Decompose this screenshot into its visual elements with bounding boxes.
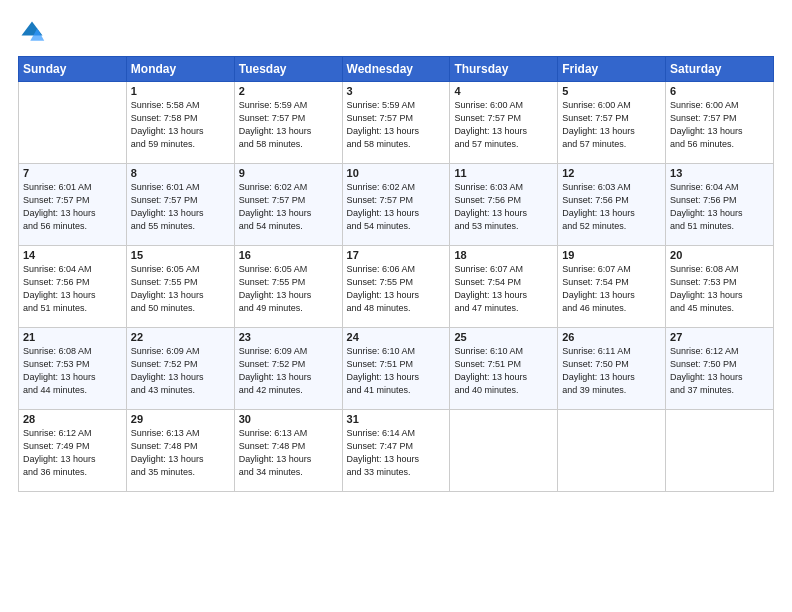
day-number: 7 bbox=[23, 167, 122, 179]
calendar-day: 26Sunrise: 6:11 AM Sunset: 7:50 PM Dayli… bbox=[558, 328, 666, 410]
day-info: Sunrise: 6:03 AM Sunset: 7:56 PM Dayligh… bbox=[454, 181, 553, 233]
day-info: Sunrise: 6:09 AM Sunset: 7:52 PM Dayligh… bbox=[131, 345, 230, 397]
calendar-day: 30Sunrise: 6:13 AM Sunset: 7:48 PM Dayli… bbox=[234, 410, 342, 492]
day-info: Sunrise: 6:08 AM Sunset: 7:53 PM Dayligh… bbox=[670, 263, 769, 315]
calendar-week-row: 1Sunrise: 5:58 AM Sunset: 7:58 PM Daylig… bbox=[19, 82, 774, 164]
day-info: Sunrise: 6:06 AM Sunset: 7:55 PM Dayligh… bbox=[347, 263, 446, 315]
weekday-header: Thursday bbox=[450, 57, 558, 82]
day-info: Sunrise: 6:05 AM Sunset: 7:55 PM Dayligh… bbox=[239, 263, 338, 315]
day-number: 29 bbox=[131, 413, 230, 425]
day-number: 4 bbox=[454, 85, 553, 97]
day-info: Sunrise: 6:07 AM Sunset: 7:54 PM Dayligh… bbox=[562, 263, 661, 315]
day-number: 1 bbox=[131, 85, 230, 97]
day-number: 13 bbox=[670, 167, 769, 179]
day-info: Sunrise: 6:08 AM Sunset: 7:53 PM Dayligh… bbox=[23, 345, 122, 397]
weekday-header: Tuesday bbox=[234, 57, 342, 82]
day-number: 11 bbox=[454, 167, 553, 179]
day-number: 22 bbox=[131, 331, 230, 343]
calendar-day: 5Sunrise: 6:00 AM Sunset: 7:57 PM Daylig… bbox=[558, 82, 666, 164]
day-number: 20 bbox=[670, 249, 769, 261]
calendar-day: 18Sunrise: 6:07 AM Sunset: 7:54 PM Dayli… bbox=[450, 246, 558, 328]
calendar-day: 9Sunrise: 6:02 AM Sunset: 7:57 PM Daylig… bbox=[234, 164, 342, 246]
calendar-day: 27Sunrise: 6:12 AM Sunset: 7:50 PM Dayli… bbox=[666, 328, 774, 410]
day-info: Sunrise: 6:12 AM Sunset: 7:49 PM Dayligh… bbox=[23, 427, 122, 479]
day-info: Sunrise: 6:10 AM Sunset: 7:51 PM Dayligh… bbox=[454, 345, 553, 397]
day-number: 17 bbox=[347, 249, 446, 261]
calendar-day: 4Sunrise: 6:00 AM Sunset: 7:57 PM Daylig… bbox=[450, 82, 558, 164]
calendar-day: 8Sunrise: 6:01 AM Sunset: 7:57 PM Daylig… bbox=[126, 164, 234, 246]
day-info: Sunrise: 5:59 AM Sunset: 7:57 PM Dayligh… bbox=[347, 99, 446, 151]
day-number: 19 bbox=[562, 249, 661, 261]
weekday-header: Wednesday bbox=[342, 57, 450, 82]
day-number: 24 bbox=[347, 331, 446, 343]
day-info: Sunrise: 6:05 AM Sunset: 7:55 PM Dayligh… bbox=[131, 263, 230, 315]
day-number: 9 bbox=[239, 167, 338, 179]
day-number: 28 bbox=[23, 413, 122, 425]
day-info: Sunrise: 6:04 AM Sunset: 7:56 PM Dayligh… bbox=[670, 181, 769, 233]
day-info: Sunrise: 6:09 AM Sunset: 7:52 PM Dayligh… bbox=[239, 345, 338, 397]
calendar-day: 25Sunrise: 6:10 AM Sunset: 7:51 PM Dayli… bbox=[450, 328, 558, 410]
day-info: Sunrise: 6:02 AM Sunset: 7:57 PM Dayligh… bbox=[347, 181, 446, 233]
calendar-day: 28Sunrise: 6:12 AM Sunset: 7:49 PM Dayli… bbox=[19, 410, 127, 492]
day-number: 6 bbox=[670, 85, 769, 97]
calendar-day: 10Sunrise: 6:02 AM Sunset: 7:57 PM Dayli… bbox=[342, 164, 450, 246]
calendar-day: 14Sunrise: 6:04 AM Sunset: 7:56 PM Dayli… bbox=[19, 246, 127, 328]
day-info: Sunrise: 6:12 AM Sunset: 7:50 PM Dayligh… bbox=[670, 345, 769, 397]
calendar-day: 6Sunrise: 6:00 AM Sunset: 7:57 PM Daylig… bbox=[666, 82, 774, 164]
calendar-day: 21Sunrise: 6:08 AM Sunset: 7:53 PM Dayli… bbox=[19, 328, 127, 410]
logo-icon bbox=[18, 18, 46, 46]
day-number: 2 bbox=[239, 85, 338, 97]
day-number: 8 bbox=[131, 167, 230, 179]
day-number: 30 bbox=[239, 413, 338, 425]
day-info: Sunrise: 5:59 AM Sunset: 7:57 PM Dayligh… bbox=[239, 99, 338, 151]
calendar-week-row: 28Sunrise: 6:12 AM Sunset: 7:49 PM Dayli… bbox=[19, 410, 774, 492]
day-number: 16 bbox=[239, 249, 338, 261]
day-info: Sunrise: 6:00 AM Sunset: 7:57 PM Dayligh… bbox=[670, 99, 769, 151]
calendar-day: 24Sunrise: 6:10 AM Sunset: 7:51 PM Dayli… bbox=[342, 328, 450, 410]
day-info: Sunrise: 6:02 AM Sunset: 7:57 PM Dayligh… bbox=[239, 181, 338, 233]
weekday-header: Friday bbox=[558, 57, 666, 82]
calendar-week-row: 7Sunrise: 6:01 AM Sunset: 7:57 PM Daylig… bbox=[19, 164, 774, 246]
calendar-day: 15Sunrise: 6:05 AM Sunset: 7:55 PM Dayli… bbox=[126, 246, 234, 328]
day-info: Sunrise: 6:01 AM Sunset: 7:57 PM Dayligh… bbox=[23, 181, 122, 233]
day-info: Sunrise: 6:00 AM Sunset: 7:57 PM Dayligh… bbox=[454, 99, 553, 151]
calendar-day: 20Sunrise: 6:08 AM Sunset: 7:53 PM Dayli… bbox=[666, 246, 774, 328]
header-row: SundayMondayTuesdayWednesdayThursdayFrid… bbox=[19, 57, 774, 82]
calendar-day: 3Sunrise: 5:59 AM Sunset: 7:57 PM Daylig… bbox=[342, 82, 450, 164]
logo bbox=[18, 18, 50, 46]
calendar-day bbox=[666, 410, 774, 492]
calendar-day: 7Sunrise: 6:01 AM Sunset: 7:57 PM Daylig… bbox=[19, 164, 127, 246]
calendar-table: SundayMondayTuesdayWednesdayThursdayFrid… bbox=[18, 56, 774, 492]
calendar-day: 16Sunrise: 6:05 AM Sunset: 7:55 PM Dayli… bbox=[234, 246, 342, 328]
day-info: Sunrise: 6:13 AM Sunset: 7:48 PM Dayligh… bbox=[239, 427, 338, 479]
calendar-day: 19Sunrise: 6:07 AM Sunset: 7:54 PM Dayli… bbox=[558, 246, 666, 328]
day-number: 27 bbox=[670, 331, 769, 343]
header bbox=[18, 18, 774, 46]
calendar-week-row: 21Sunrise: 6:08 AM Sunset: 7:53 PM Dayli… bbox=[19, 328, 774, 410]
weekday-header: Sunday bbox=[19, 57, 127, 82]
calendar-day: 11Sunrise: 6:03 AM Sunset: 7:56 PM Dayli… bbox=[450, 164, 558, 246]
calendar-day: 31Sunrise: 6:14 AM Sunset: 7:47 PM Dayli… bbox=[342, 410, 450, 492]
calendar-day bbox=[450, 410, 558, 492]
day-number: 23 bbox=[239, 331, 338, 343]
calendar-day: 12Sunrise: 6:03 AM Sunset: 7:56 PM Dayli… bbox=[558, 164, 666, 246]
day-info: Sunrise: 6:00 AM Sunset: 7:57 PM Dayligh… bbox=[562, 99, 661, 151]
weekday-header: Monday bbox=[126, 57, 234, 82]
calendar-day: 13Sunrise: 6:04 AM Sunset: 7:56 PM Dayli… bbox=[666, 164, 774, 246]
calendar-day: 23Sunrise: 6:09 AM Sunset: 7:52 PM Dayli… bbox=[234, 328, 342, 410]
day-number: 5 bbox=[562, 85, 661, 97]
day-info: Sunrise: 6:11 AM Sunset: 7:50 PM Dayligh… bbox=[562, 345, 661, 397]
day-number: 3 bbox=[347, 85, 446, 97]
day-number: 12 bbox=[562, 167, 661, 179]
day-number: 14 bbox=[23, 249, 122, 261]
day-number: 21 bbox=[23, 331, 122, 343]
calendar-day: 22Sunrise: 6:09 AM Sunset: 7:52 PM Dayli… bbox=[126, 328, 234, 410]
day-info: Sunrise: 6:03 AM Sunset: 7:56 PM Dayligh… bbox=[562, 181, 661, 233]
calendar-day: 1Sunrise: 5:58 AM Sunset: 7:58 PM Daylig… bbox=[126, 82, 234, 164]
day-info: Sunrise: 6:01 AM Sunset: 7:57 PM Dayligh… bbox=[131, 181, 230, 233]
weekday-header: Saturday bbox=[666, 57, 774, 82]
day-number: 25 bbox=[454, 331, 553, 343]
day-info: Sunrise: 6:04 AM Sunset: 7:56 PM Dayligh… bbox=[23, 263, 122, 315]
calendar-day: 17Sunrise: 6:06 AM Sunset: 7:55 PM Dayli… bbox=[342, 246, 450, 328]
day-info: Sunrise: 6:10 AM Sunset: 7:51 PM Dayligh… bbox=[347, 345, 446, 397]
